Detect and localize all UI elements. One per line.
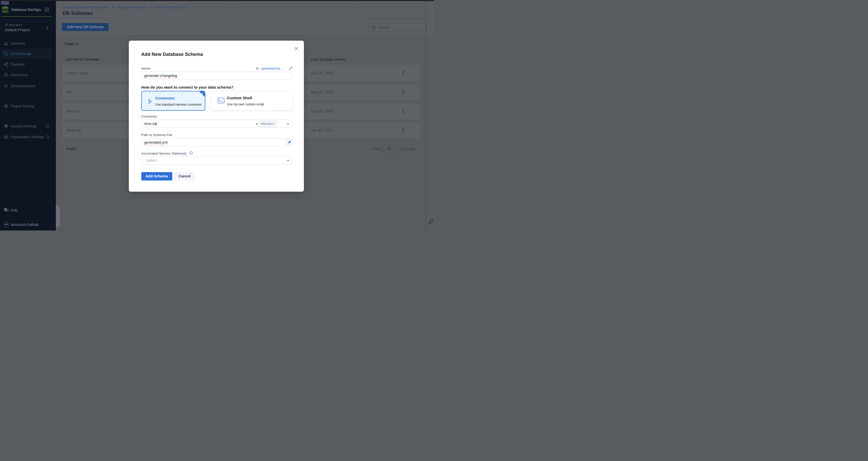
svg-text:?: ? [5, 208, 6, 211]
